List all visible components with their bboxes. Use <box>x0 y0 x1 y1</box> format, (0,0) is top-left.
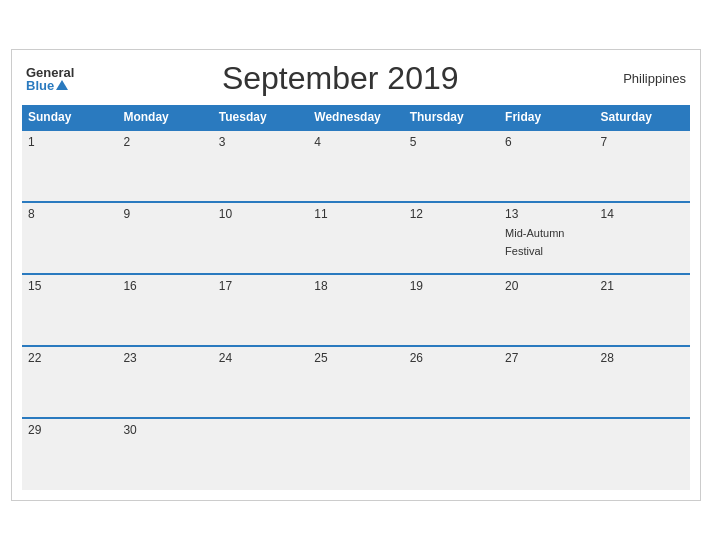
calendar-cell: 10 <box>213 202 308 274</box>
calendar-cell: 4 <box>308 130 403 202</box>
day-number: 3 <box>219 135 302 149</box>
calendar-cell: 25 <box>308 346 403 418</box>
calendar-cell: 24 <box>213 346 308 418</box>
calendar-cell: 15 <box>22 274 117 346</box>
day-number: 21 <box>601 279 684 293</box>
week-row-3: 15161718192021 <box>22 274 690 346</box>
calendar-table: SundayMondayTuesdayWednesdayThursdayFrid… <box>22 105 690 490</box>
weekday-header-thursday: Thursday <box>404 105 499 130</box>
day-number: 11 <box>314 207 397 221</box>
day-number: 12 <box>410 207 493 221</box>
weekday-header-row: SundayMondayTuesdayWednesdayThursdayFrid… <box>22 105 690 130</box>
calendar-cell: 22 <box>22 346 117 418</box>
weekday-header-tuesday: Tuesday <box>213 105 308 130</box>
day-number: 29 <box>28 423 111 437</box>
weekday-header-sunday: Sunday <box>22 105 117 130</box>
calendar-title: September 2019 <box>74 60 606 97</box>
logo-general-text: General <box>26 66 74 79</box>
day-number: 26 <box>410 351 493 365</box>
calendar-cell: 14 <box>595 202 690 274</box>
day-number: 28 <box>601 351 684 365</box>
calendar-cell: 1 <box>22 130 117 202</box>
day-number: 8 <box>28 207 111 221</box>
calendar-cell: 11 <box>308 202 403 274</box>
day-number: 30 <box>123 423 206 437</box>
calendar-cell: 8 <box>22 202 117 274</box>
logo: General Blue <box>26 66 74 92</box>
day-number: 2 <box>123 135 206 149</box>
calendar-cell <box>404 418 499 490</box>
calendar-cell <box>308 418 403 490</box>
calendar-cell <box>595 418 690 490</box>
day-number: 22 <box>28 351 111 365</box>
calendar-cell: 27 <box>499 346 594 418</box>
calendar-cell: 7 <box>595 130 690 202</box>
calendar-cell: 3 <box>213 130 308 202</box>
day-number: 16 <box>123 279 206 293</box>
calendar-cell: 9 <box>117 202 212 274</box>
calendar-cell: 21 <box>595 274 690 346</box>
calendar-cell: 26 <box>404 346 499 418</box>
day-number: 6 <box>505 135 588 149</box>
calendar-cell: 5 <box>404 130 499 202</box>
day-number: 17 <box>219 279 302 293</box>
week-row-1: 1234567 <box>22 130 690 202</box>
weekday-header-monday: Monday <box>117 105 212 130</box>
calendar-cell: 13Mid-Autumn Festival <box>499 202 594 274</box>
calendar-cell: 17 <box>213 274 308 346</box>
week-row-2: 8910111213Mid-Autumn Festival14 <box>22 202 690 274</box>
calendar-cell: 20 <box>499 274 594 346</box>
calendar-cell: 16 <box>117 274 212 346</box>
day-number: 14 <box>601 207 684 221</box>
day-number: 27 <box>505 351 588 365</box>
country-label: Philippines <box>606 71 686 86</box>
day-number: 10 <box>219 207 302 221</box>
calendar-cell: 23 <box>117 346 212 418</box>
calendar-cell: 18 <box>308 274 403 346</box>
calendar-cell <box>499 418 594 490</box>
day-number: 13 <box>505 207 588 221</box>
calendar-cell: 28 <box>595 346 690 418</box>
calendar-cell: 29 <box>22 418 117 490</box>
day-number: 18 <box>314 279 397 293</box>
day-number: 9 <box>123 207 206 221</box>
day-number: 20 <box>505 279 588 293</box>
day-number: 24 <box>219 351 302 365</box>
calendar-cell <box>213 418 308 490</box>
weekday-header-wednesday: Wednesday <box>308 105 403 130</box>
calendar-header: General Blue September 2019 Philippines <box>22 60 690 97</box>
day-number: 19 <box>410 279 493 293</box>
calendar-container: General Blue September 2019 Philippines … <box>11 49 701 501</box>
calendar-cell: 6 <box>499 130 594 202</box>
calendar-cell: 12 <box>404 202 499 274</box>
day-number: 7 <box>601 135 684 149</box>
day-number: 25 <box>314 351 397 365</box>
weekday-header-saturday: Saturday <box>595 105 690 130</box>
week-row-5: 2930 <box>22 418 690 490</box>
day-number: 5 <box>410 135 493 149</box>
calendar-cell: 19 <box>404 274 499 346</box>
weekday-header-friday: Friday <box>499 105 594 130</box>
day-number: 1 <box>28 135 111 149</box>
calendar-cell: 2 <box>117 130 212 202</box>
week-row-4: 22232425262728 <box>22 346 690 418</box>
logo-triangle-icon <box>56 80 68 90</box>
day-number: 4 <box>314 135 397 149</box>
event-text: Mid-Autumn Festival <box>505 227 564 257</box>
calendar-cell: 30 <box>117 418 212 490</box>
logo-blue-text: Blue <box>26 79 68 92</box>
day-number: 23 <box>123 351 206 365</box>
day-number: 15 <box>28 279 111 293</box>
